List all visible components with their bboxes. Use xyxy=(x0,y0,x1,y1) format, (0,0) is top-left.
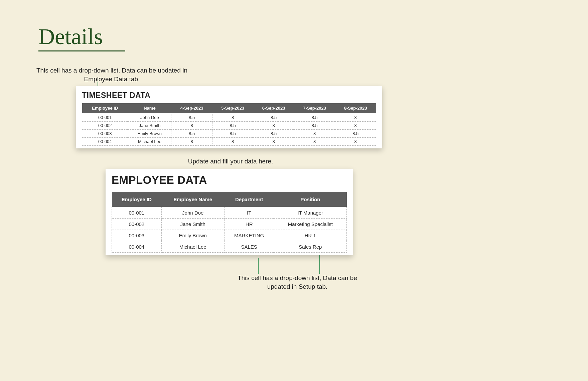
cell[interactable]: 8 xyxy=(212,113,253,121)
callout-line-department xyxy=(258,258,259,274)
cell[interactable]: 8.5 xyxy=(212,121,253,129)
timesheet-table: Employee ID Name 4-Sep-2023 5-Sep-2023 6… xyxy=(82,103,376,146)
cell[interactable]: 8 xyxy=(253,137,294,145)
employee-title: EMPLOYEE DATA xyxy=(112,174,347,186)
cell[interactable]: Emily Brown xyxy=(128,129,171,137)
cell-employee-id[interactable]: 00-002 xyxy=(82,121,128,129)
timesheet-header: 7-Sep-2023 xyxy=(294,103,335,113)
cell-position[interactable]: IT Manager xyxy=(274,207,346,219)
table-row: 00-002 Jane Smith 8 8.5 8 8.5 8 xyxy=(82,121,376,129)
cell[interactable]: 8.5 xyxy=(335,129,376,137)
employee-table: Employee ID Employee Name Department Pos… xyxy=(112,192,347,253)
table-row: 00-004 Michael Lee SALES Sales Rep xyxy=(112,241,347,253)
cell-position[interactable]: Sales Rep xyxy=(274,241,346,253)
caption-employee-dropdown: This cell has a drop-down list, Data can… xyxy=(227,274,368,291)
cell[interactable]: Jane Smith xyxy=(128,121,171,129)
table-row: 00-003 Emily Brown 8.5 8.5 8.5 8 8.5 xyxy=(82,129,376,137)
table-row: 00-001 John Doe IT IT Manager xyxy=(112,207,347,219)
employee-header: Department xyxy=(224,192,274,207)
page-title: Details xyxy=(38,23,103,50)
timesheet-header: Employee ID xyxy=(82,103,128,113)
cell[interactable]: 00-003 xyxy=(112,230,162,241)
cell-employee-id[interactable]: 00-001 xyxy=(82,113,128,121)
cell[interactable]: 00-004 xyxy=(112,241,162,253)
cell[interactable]: John Doe xyxy=(161,207,224,219)
employee-header: Employee Name xyxy=(161,192,224,207)
cell[interactable]: John Doe xyxy=(128,113,171,121)
employee-header: Position xyxy=(274,192,346,207)
cell[interactable]: Michael Lee xyxy=(161,241,224,253)
timesheet-header: 8-Sep-2023 xyxy=(335,103,376,113)
timesheet-header: 6-Sep-2023 xyxy=(253,103,294,113)
cell[interactable]: 8.5 xyxy=(294,113,335,121)
cell[interactable]: 8.5 xyxy=(253,113,294,121)
page-title-underline xyxy=(38,50,125,51)
timesheet-panel: TIMESHEET DATA Employee ID Name 4-Sep-20… xyxy=(76,86,382,148)
caption-timesheet-dropdown: This cell has a drop-down list, Data can… xyxy=(32,66,192,83)
cell-department[interactable]: MARKETING xyxy=(224,230,274,241)
cell-position[interactable]: HR 1 xyxy=(274,230,346,241)
cell-employee-id[interactable]: 00-003 xyxy=(82,129,128,137)
timesheet-header: Name xyxy=(128,103,171,113)
cell[interactable]: 8 xyxy=(294,129,335,137)
table-row: 00-001 John Doe 8.5 8 8.5 8.5 8 xyxy=(82,113,376,121)
cell[interactable]: 8 xyxy=(335,137,376,145)
cell[interactable]: 8.5 xyxy=(294,121,335,129)
cell-department[interactable]: SALES xyxy=(224,241,274,253)
timesheet-header: 5-Sep-2023 xyxy=(212,103,253,113)
cell[interactable]: 8 xyxy=(171,121,212,129)
timesheet-title: TIMESHEET DATA xyxy=(82,91,376,100)
cell-department[interactable]: HR xyxy=(224,219,274,230)
cell[interactable]: 8 xyxy=(335,113,376,121)
callout-line-position xyxy=(319,254,320,274)
timesheet-header: 4-Sep-2023 xyxy=(171,103,212,113)
cell[interactable]: 00-001 xyxy=(112,207,162,219)
cell-department[interactable]: IT xyxy=(224,207,274,219)
cell[interactable]: 8 xyxy=(253,121,294,129)
cell[interactable]: 8 xyxy=(335,121,376,129)
cell[interactable]: 8.5 xyxy=(171,113,212,121)
cell-employee-id[interactable]: 00-004 xyxy=(82,137,128,145)
table-row: 00-004 Michael Lee 8 8 8 8 8 xyxy=(82,137,376,145)
cell[interactable]: Emily Brown xyxy=(161,230,224,241)
cell[interactable]: 8 xyxy=(294,137,335,145)
employee-header: Employee ID xyxy=(112,192,162,207)
cell[interactable]: 00-002 xyxy=(112,219,162,230)
cell[interactable]: Michael Lee xyxy=(128,137,171,145)
cell[interactable]: 8.5 xyxy=(171,129,212,137)
cell[interactable]: 8 xyxy=(171,137,212,145)
cell[interactable]: 8.5 xyxy=(253,129,294,137)
caption-update-data: Update and fill your data here. xyxy=(154,157,307,166)
employee-panel: EMPLOYEE DATA Employee ID Employee Name … xyxy=(106,169,353,255)
cell[interactable]: Jane Smith xyxy=(161,219,224,230)
cell[interactable]: 8 xyxy=(212,137,253,145)
cell-position[interactable]: Marketing Specialist xyxy=(274,219,346,230)
cell[interactable]: 8.5 xyxy=(212,129,253,137)
table-row: 00-002 Jane Smith HR Marketing Specialis… xyxy=(112,219,347,230)
table-row: 00-003 Emily Brown MARKETING HR 1 xyxy=(112,230,347,241)
